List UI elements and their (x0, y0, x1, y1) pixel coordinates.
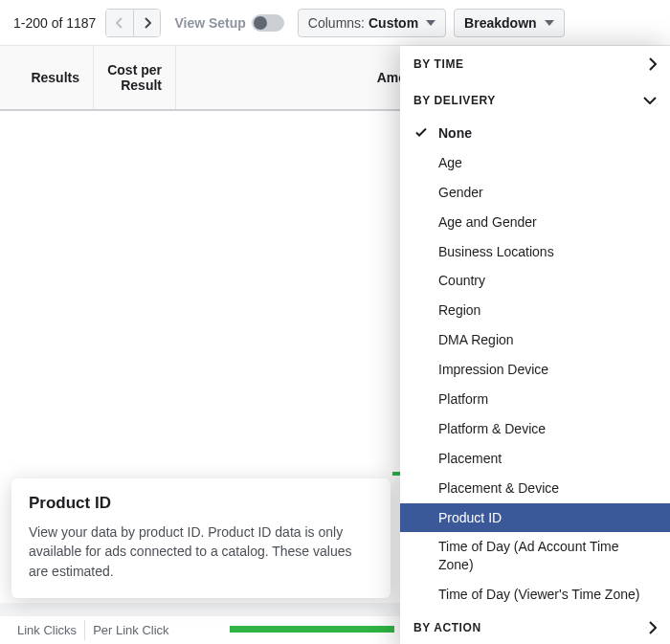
breakdown-dropdown[interactable]: Breakdown (454, 9, 564, 37)
breakdown-option[interactable]: Age (400, 148, 670, 178)
toolbar: 1-200 of 1187 View Setup Columns: Custom… (0, 0, 670, 46)
breakdown-option-label: Platform (438, 390, 488, 409)
chevron-right-icon (649, 621, 657, 634)
pagination-nav (105, 9, 161, 37)
columns-dropdown[interactable]: Columns: Custom (298, 9, 446, 37)
breakdown-option[interactable]: Time of Day (Ad Account Time Zone) (400, 532, 670, 580)
prev-page-button[interactable] (106, 10, 133, 36)
tooltip-card: Product ID View your data by product ID.… (11, 478, 391, 598)
breakdown-option[interactable]: Gender (400, 178, 670, 208)
breakdown-option-label: Age (438, 154, 462, 172)
breakdown-option-label: Age and Gender (438, 213, 537, 232)
breakdown-option[interactable]: Placement & Device (400, 474, 670, 503)
footer-link-clicks: Link Clicks (10, 620, 85, 640)
breakdown-option-label: DMA Region (438, 331, 514, 349)
breakdown-option[interactable]: Impression Device (400, 355, 670, 385)
breakdown-option-label: None (438, 124, 472, 143)
breakdown-option-label: Impression Device (438, 361, 548, 379)
view-setup-label: View Setup (174, 15, 245, 31)
section-by-delivery[interactable]: BY DELIVERY (400, 82, 670, 119)
chevron-right-icon (649, 57, 657, 71)
caret-down-icon (426, 20, 436, 26)
breakdown-option-label: Business Locations (438, 243, 554, 261)
breakdown-option-label: Placement (438, 450, 502, 468)
section-by-delivery-label: BY DELIVERY (413, 94, 496, 107)
section-by-time[interactable]: BY TIME (400, 46, 670, 82)
breakdown-option-label: Product ID (438, 509, 502, 527)
tooltip-title: Product ID (29, 494, 373, 513)
footer-progress-bar (230, 626, 394, 633)
breakdown-panel: BY TIME BY DELIVERY NoneAgeGenderAge and… (400, 46, 670, 644)
breakdown-option-label: Time of Day (Ad Account Time Zone) (438, 538, 657, 574)
breakdown-option[interactable]: Business Locations (400, 237, 670, 267)
breakdown-option-label: Placement & Device (438, 479, 559, 498)
column-header-results[interactable]: Results (0, 46, 94, 109)
breakdown-option-label: Region (438, 301, 480, 320)
breakdown-option[interactable]: Product ID (400, 503, 670, 533)
pagination-text: 1-200 of 1187 (13, 15, 96, 31)
breakdown-option[interactable]: Age and Gender (400, 208, 670, 237)
column-header-cost-per-result[interactable]: Cost per Result (94, 46, 176, 109)
breakdown-option[interactable]: DMA Region (400, 325, 670, 355)
breakdown-label: Breakdown (464, 15, 536, 31)
section-by-action[interactable]: BY ACTION (400, 610, 670, 644)
breakdown-option-label: Platform & Device (438, 420, 546, 438)
section-by-time-label: BY TIME (413, 57, 464, 71)
section-by-action-label: BY ACTION (413, 621, 481, 634)
breakdown-option-label: Gender (438, 184, 483, 202)
breakdown-option[interactable]: None (400, 119, 670, 148)
breakdown-option[interactable]: Placement (400, 444, 670, 474)
columns-value: Custom (368, 15, 418, 31)
breakdown-option[interactable]: Platform (400, 385, 670, 414)
next-page-button[interactable] (133, 10, 160, 36)
footer-per-link-click: Per Link Click (85, 620, 176, 640)
breakdown-option[interactable]: Country (400, 266, 670, 296)
delivery-options-list: NoneAgeGenderAge and GenderBusiness Loca… (400, 119, 670, 610)
check-icon (415, 124, 427, 143)
footer-labels: Link Clicks Per Link Click (10, 620, 177, 640)
breakdown-option[interactable]: Time of Day (Viewer's Time Zone) (400, 580, 670, 610)
breakdown-option-label: Time of Day (Viewer's Time Zone) (438, 586, 639, 604)
caret-down-icon (545, 20, 554, 26)
breakdown-option-label: Country (438, 272, 485, 290)
view-setup-toggle[interactable] (252, 14, 284, 32)
chevron-down-icon (643, 97, 657, 104)
breakdown-option[interactable]: Region (400, 296, 670, 325)
breakdown-option[interactable]: Platform & Device (400, 414, 670, 444)
tooltip-body: View your data by product ID. Product ID… (29, 522, 373, 581)
view-setup-control[interactable]: View Setup (174, 14, 283, 32)
columns-label: Columns: (308, 15, 365, 31)
